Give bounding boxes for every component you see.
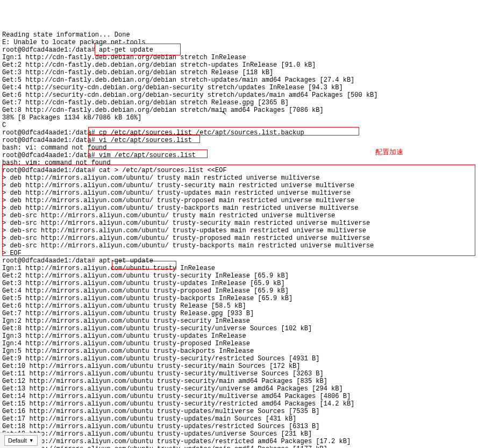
terminal-line: > deb http://mirrors.aliyun.com/ubuntu/ … bbox=[2, 174, 476, 182]
terminal-line: Get:8 http://mirrors.aliyun.com/ubuntu t… bbox=[2, 325, 476, 332]
terminal-line: bash: vi: command not found bbox=[2, 144, 476, 152]
terminal-line: > deb http://mirrors.aliyun.com/ubuntu/ … bbox=[2, 182, 476, 189]
terminal-line: Get:11 http://mirrors.aliyun.com/ubuntu … bbox=[2, 370, 476, 378]
terminal-line: Get:14 http://mirrors.aliyun.com/ubuntu … bbox=[2, 393, 476, 400]
annotation-label: 配置加速 bbox=[375, 148, 403, 156]
terminal-line: Get:2 http://mirrors.aliyun.com/ubuntu t… bbox=[2, 272, 476, 280]
terminal-line: > deb http://mirrors.aliyun.com/ubuntu/ … bbox=[2, 197, 476, 204]
terminal-line: Get:17 http://mirrors.aliyun.com/ubuntu … bbox=[2, 415, 476, 423]
terminal-line: > deb-src http://mirrors.aliyun.com/ubun… bbox=[2, 234, 476, 242]
terminal-line: Get:7 http://cdn-fastly.deb.debian.org/d… bbox=[2, 99, 476, 106]
terminal-line: > deb http://mirrors.aliyun.com/ubuntu/ … bbox=[2, 189, 476, 197]
terminal-line: Get:16 http://mirrors.aliyun.com/ubuntu … bbox=[2, 408, 476, 415]
terminal-line: Get:6 http://security-cdn.debian.org/deb… bbox=[2, 91, 476, 99]
terminal-line: root@0dfcad4aade1:/data# cat > /etc/apt/… bbox=[2, 167, 476, 174]
terminal-line: C bbox=[2, 122, 476, 129]
mouse-cursor-icon: ↖ bbox=[222, 109, 226, 116]
status-bar: Default ▼ bbox=[0, 432, 42, 448]
terminal-line: Get:12 http://mirrors.aliyun.com/ubuntu … bbox=[2, 378, 476, 385]
terminal-line: > deb-src http://mirrors.aliyun.com/ubun… bbox=[2, 219, 476, 227]
terminal-line: Get:19 http://mirrors.aliyun.com/ubuntu … bbox=[2, 430, 476, 438]
terminal-line: bash: vim: command not found bbox=[2, 159, 476, 167]
terminal-line: Get:15 http://mirrors.aliyun.com/ubuntu … bbox=[2, 400, 476, 408]
terminal-line: Ign:3 http://mirrors.aliyun.com/ubuntu t… bbox=[2, 332, 476, 340]
encoding-label: Default bbox=[8, 437, 27, 444]
encoding-dropdown[interactable]: Default ▼ bbox=[4, 435, 38, 446]
terminal-line: Ign:1 http://mirrors.aliyun.com/ubuntu t… bbox=[2, 265, 476, 272]
terminal-line: Get:4 http://security-cdn.debian.org/deb… bbox=[2, 84, 476, 91]
terminal-line: Get:4 http://mirrors.aliyun.com/ubuntu t… bbox=[2, 287, 476, 295]
terminal-line: root@0dfcad4aade1:/data# vi /etc/apt/sou… bbox=[2, 137, 476, 144]
terminal-line: root@0dfcad4aade1:/data# vim /etc/apt/so… bbox=[2, 152, 476, 159]
terminal-line: Get:13 http://mirrors.aliyun.com/ubuntu … bbox=[2, 385, 476, 393]
terminal-line: Get:20 http://mirrors.aliyun.com/ubuntu … bbox=[2, 438, 476, 445]
terminal-line: Get:9 http://mirrors.aliyun.com/ubuntu t… bbox=[2, 355, 476, 362]
terminal-line: Get:5 http://mirrors.aliyun.com/ubuntu t… bbox=[2, 295, 476, 302]
terminal-line: > deb-src http://mirrors.aliyun.com/ubun… bbox=[2, 227, 476, 234]
terminal-line: Get:6 http://mirrors.aliyun.com/ubuntu t… bbox=[2, 302, 476, 310]
terminal-line: Get:18 http://mirrors.aliyun.com/ubuntu … bbox=[2, 423, 476, 430]
terminal-line: Get:5 http://cdn-fastly.deb.debian.org/d… bbox=[2, 76, 476, 84]
chevron-down-icon: ▼ bbox=[29, 437, 34, 444]
terminal-line: root@0dfcad4aade1:/data# apt-get update bbox=[2, 257, 476, 265]
terminal-line: Get:10 http://mirrors.aliyun.com/ubuntu … bbox=[2, 362, 476, 370]
terminal-line: root@0dfcad4aade1:/data# apt-get update bbox=[2, 46, 476, 54]
terminal-line: root@0dfcad4aade1:/data# cp /etc/apt/sou… bbox=[2, 129, 476, 137]
terminal-line: Ign:4 http://mirrors.aliyun.com/ubuntu t… bbox=[2, 340, 476, 347]
terminal-line: > deb http://mirrors.aliyun.com/ubuntu/ … bbox=[2, 204, 476, 212]
terminal-line: Get:3 http://mirrors.aliyun.com/ubuntu t… bbox=[2, 280, 476, 287]
terminal-line: Ign:1 http://cdn-fastly.deb.debian.org/d… bbox=[2, 54, 476, 61]
terminal-output[interactable]: Reading state information... DoneE: Unab… bbox=[2, 31, 476, 448]
terminal-line: Ign:5 http://mirrors.aliyun.com/ubuntu t… bbox=[2, 347, 476, 355]
terminal-line: Ign:2 http://mirrors.aliyun.com/ubuntu t… bbox=[2, 317, 476, 325]
terminal-line: Get:3 http://cdn-fastly.deb.debian.org/d… bbox=[2, 69, 476, 76]
terminal-line: > EOF bbox=[2, 250, 476, 257]
terminal-line: > deb-src http://mirrors.aliyun.com/ubun… bbox=[2, 212, 476, 219]
terminal-line: > deb-src http://mirrors.aliyun.com/ubun… bbox=[2, 242, 476, 250]
terminal-line: Reading state information... Done bbox=[2, 31, 476, 39]
terminal-line: E: Unable to locate package net-tools bbox=[2, 39, 476, 46]
terminal-line: Get:8 http://cdn-fastly.deb.debian.org/d… bbox=[2, 106, 476, 114]
terminal-line: 38% [8 Packages 1134 kB/7086 kB 16%] bbox=[2, 114, 476, 122]
terminal-line: Get:21 http://mirrors.aliyun.com/ubuntu … bbox=[2, 445, 476, 448]
terminal-line: Get:7 http://mirrors.aliyun.com/ubuntu t… bbox=[2, 310, 476, 317]
terminal-line: Get:2 http://cdn-fastly.deb.debian.org/d… bbox=[2, 61, 476, 69]
